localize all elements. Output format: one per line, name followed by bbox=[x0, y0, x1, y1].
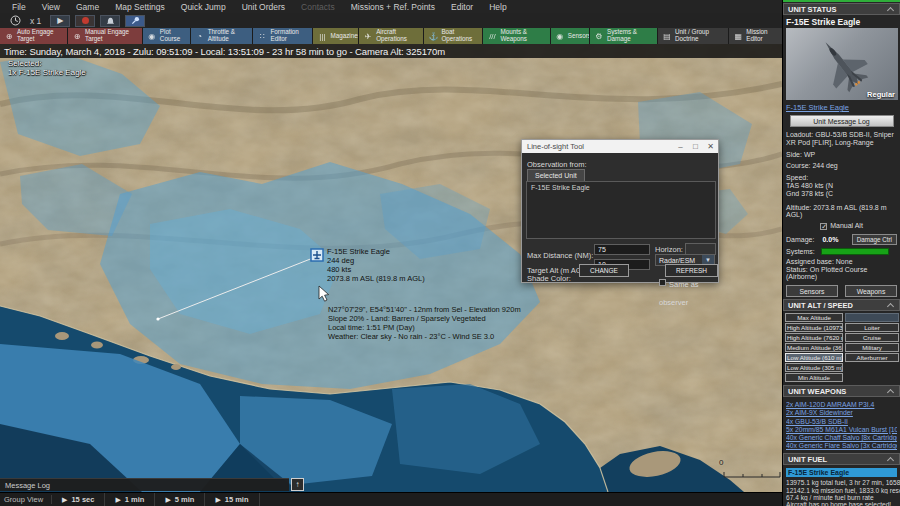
manual-alt-row[interactable]: ✓ Manual Alt bbox=[783, 222, 900, 230]
advance-5min-button[interactable]: ▶ 5 min bbox=[155, 493, 205, 506]
min-altitude-button[interactable]: Min Altitude bbox=[785, 373, 843, 382]
command-app-window: Selected: 1x F-15E Strike Eagle F-15E St… bbox=[0, 0, 900, 506]
aircraft-operations-button[interactable]: ✈Aircraft Operations bbox=[359, 28, 423, 44]
weapon-link[interactable]: 5x 20mm/85 M61A1 Vulcan Burst [100 rnds bbox=[786, 426, 897, 434]
weapon-link[interactable]: 4x GBU-53/B SDB-II bbox=[786, 418, 897, 426]
anchor-icon: ⚓ bbox=[428, 32, 438, 41]
sim-speed-label[interactable]: x 1 bbox=[26, 16, 45, 26]
sensors-button[interactable]: ◉Sensors bbox=[551, 28, 589, 44]
systems-damage-button[interactable]: ⚙Systems & Damage bbox=[590, 28, 657, 44]
time-banner: Time: Sunday, March 4, 2018 - Zulu: 09:5… bbox=[0, 44, 782, 58]
change-color-button[interactable]: CHANGE bbox=[579, 264, 629, 277]
maximize-icon[interactable]: □ bbox=[688, 142, 703, 151]
arrow-up-icon: ↑ bbox=[296, 480, 300, 489]
menu-bar: File View Game Map Settings Quick Jump U… bbox=[0, 0, 782, 13]
message-log-label: Message Log bbox=[0, 481, 50, 490]
selected-unit-tab[interactable]: Selected Unit bbox=[527, 169, 585, 181]
throttle-disabled-button bbox=[845, 313, 899, 322]
throttle-military-button[interactable]: Military bbox=[845, 343, 899, 352]
observer-unit-item[interactable]: F-15E Strike Eagle bbox=[527, 182, 715, 193]
fuel-selected-unit-row[interactable]: F-15E Strike Eagle bbox=[786, 468, 897, 477]
close-icon[interactable]: ✕ bbox=[703, 142, 718, 151]
systems-label: Systems: bbox=[786, 248, 815, 256]
group-view-label[interactable]: Group View bbox=[0, 495, 52, 504]
throttle-altitude-button[interactable]: ◔Throttle & Altitude bbox=[191, 28, 253, 44]
weapon-link[interactable]: 40x Generic Chaff Salvo [8x Cartridges] bbox=[786, 434, 897, 442]
unit-fuel-header[interactable]: UNIT FUEL bbox=[783, 453, 900, 465]
max-altitude-button[interactable]: Max Altitude bbox=[785, 313, 843, 322]
weapon-link[interactable]: 40x Generic Flare Salvo [3x Cartridges, … bbox=[786, 442, 897, 450]
throttle-afterburner-button[interactable]: Afterburner bbox=[845, 353, 899, 362]
menu-missions-ref-points[interactable]: Missions + Ref. Points bbox=[343, 2, 443, 12]
menu-view[interactable]: View bbox=[34, 2, 68, 12]
refresh-button[interactable]: REFRESH bbox=[665, 264, 718, 277]
menu-help[interactable]: Help bbox=[481, 2, 514, 12]
plot-course-button[interactable]: ◉Plot Course bbox=[143, 28, 190, 44]
alert-button[interactable] bbox=[100, 15, 120, 27]
unit-status-header[interactable]: UNIT STATUS bbox=[783, 3, 900, 15]
same-as-observer-row[interactable]: Same as observer bbox=[659, 273, 718, 309]
message-log-expand-button[interactable]: ↑ bbox=[291, 478, 304, 491]
weapons-panel-button[interactable]: Weapons bbox=[845, 285, 897, 297]
menu-file[interactable]: File bbox=[4, 2, 34, 12]
high-altitude-10973-button[interactable]: High Altitude (10973 m bbox=[785, 323, 843, 332]
max-distance-input[interactable] bbox=[594, 244, 650, 255]
sensors-panel-button[interactable]: Sensors bbox=[786, 285, 838, 297]
advance-15sec-button[interactable]: ▶ 15 sec bbox=[52, 493, 105, 506]
mounts-weapons-button[interactable]: ///Mounts & Weapons bbox=[483, 28, 549, 44]
checkbox-unchecked-icon[interactable] bbox=[659, 279, 666, 286]
unit-group-doctrine-button[interactable]: ▤Unit / Group Doctrine bbox=[658, 28, 728, 44]
radar-icon: ◉ bbox=[555, 32, 565, 41]
observer-unit-list[interactable]: F-15E Strike Eagle bbox=[526, 181, 716, 239]
collapse-chevron-icon[interactable] bbox=[887, 6, 894, 13]
play-icon: ▶ bbox=[62, 496, 67, 504]
unit-label-name: F-15E Strike Eagle bbox=[327, 247, 425, 256]
sensors-weapons-row: Sensors Weapons bbox=[786, 285, 897, 297]
unit-message-log-button[interactable]: Unit Message Log bbox=[790, 115, 894, 127]
high-altitude-7620-button[interactable]: High Altitude (7620 m) bbox=[785, 333, 843, 342]
speed-gnd: Gnd 378 kts (C bbox=[783, 190, 900, 198]
collapse-chevron-icon[interactable] bbox=[887, 303, 894, 310]
record-button[interactable] bbox=[75, 15, 95, 27]
menu-contacts: Contacts bbox=[293, 2, 343, 12]
unit-alt-speed-header[interactable]: UNIT ALT / SPEED bbox=[783, 299, 900, 311]
clock-icon[interactable] bbox=[10, 15, 21, 26]
throttle-cruise-button[interactable]: Cruise bbox=[845, 333, 899, 342]
minimize-icon[interactable]: – bbox=[673, 142, 688, 151]
horizon-label: Horizon: bbox=[655, 245, 683, 254]
throttle-loiter-button[interactable]: Loiter bbox=[845, 323, 899, 332]
manual-engage-target-button[interactable]: ⊕Manual Engage Target bbox=[68, 28, 142, 44]
damage-control-button[interactable]: Damage Ctrl bbox=[852, 234, 897, 245]
advance-15min-button[interactable]: ▶ 15 min bbox=[205, 493, 259, 506]
f15e-unit-icon[interactable] bbox=[311, 249, 323, 261]
cursor-info-terrain: Slope 20% - Land: Barren / Sparsely Vege… bbox=[328, 314, 521, 323]
collapse-chevron-icon[interactable] bbox=[887, 389, 894, 396]
checkbox-checked-icon[interactable]: ✓ bbox=[820, 223, 827, 230]
boat-operations-button[interactable]: ⚓Boat Operations bbox=[424, 28, 482, 44]
formation-editor-button[interactable]: ∷Formation Editor bbox=[253, 28, 312, 44]
time-control-row: x 1 ▶ bbox=[0, 13, 782, 28]
speed-label: Speed: bbox=[783, 174, 900, 182]
advance-1min-button[interactable]: ▶ 1 min bbox=[105, 493, 155, 506]
unit-database-link[interactable]: F-15E Strike Eagle bbox=[783, 100, 900, 113]
collapse-chevron-icon[interactable] bbox=[887, 457, 894, 464]
dialog-title-bar[interactable]: Line-of-sight Tool – □ ✕ bbox=[522, 140, 718, 153]
auto-engage-target-button[interactable]: ⊕Auto Engage Target bbox=[0, 28, 67, 44]
menu-quick-jump[interactable]: Quick Jump bbox=[173, 2, 234, 12]
play-button[interactable]: ▶ bbox=[50, 15, 70, 27]
mission-editor-button[interactable]: ▦Mission Editor bbox=[729, 28, 782, 44]
unit-weapons-header[interactable]: UNIT WEAPONS bbox=[783, 385, 900, 397]
message-log-bar[interactable]: Message Log bbox=[0, 478, 289, 491]
menu-editor[interactable]: Editor bbox=[443, 2, 481, 12]
pin-button[interactable] bbox=[125, 15, 145, 27]
magazine-icon: ||| bbox=[317, 32, 327, 41]
weapon-link[interactable]: 2x AIM-120D AMRAAM P3I.4 bbox=[786, 401, 897, 409]
menu-map-settings[interactable]: Map Settings bbox=[107, 2, 173, 12]
weapon-link[interactable]: 2x AIM-9X Sidewinder bbox=[786, 409, 897, 417]
low-altitude-610-button[interactable]: Low Altitude (610 m) bbox=[785, 353, 843, 362]
low-altitude-305-button[interactable]: Low Altitude (305 m) bbox=[785, 363, 843, 372]
magazines-button[interactable]: |||Magazines bbox=[313, 28, 358, 44]
menu-unit-orders[interactable]: Unit Orders bbox=[234, 2, 293, 12]
menu-game[interactable]: Game bbox=[68, 2, 107, 12]
medium-altitude-button[interactable]: Medium Altitude (3658 bbox=[785, 343, 843, 352]
